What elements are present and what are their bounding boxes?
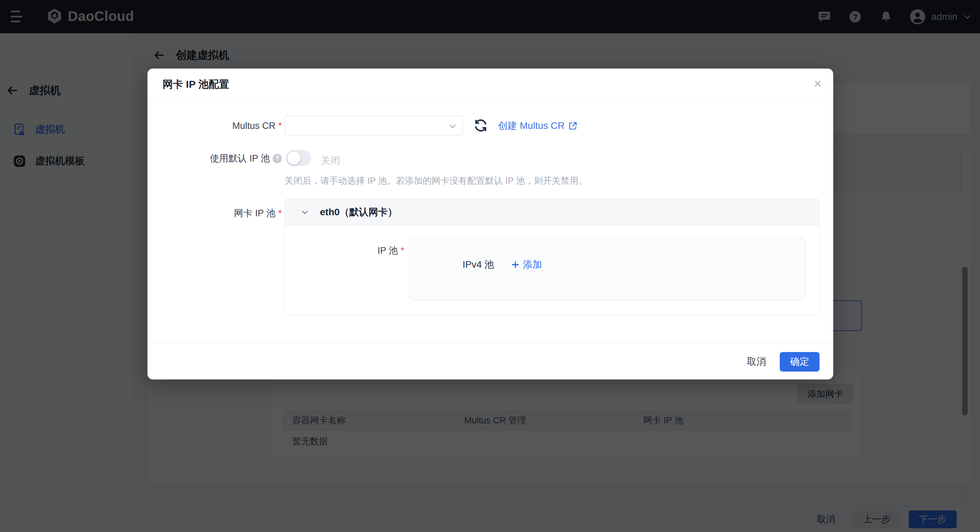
add-ipv4-pool-link[interactable]: 添加: [511, 258, 542, 271]
nic-pool-panel-title: eth0（默认网卡）: [320, 206, 398, 219]
nic-pool-panel: eth0（默认网卡） IP 池* IPv4 池: [285, 199, 819, 315]
nic-pool-panel-body: IP 池* IPv4 池 添加: [285, 226, 819, 315]
modal-header: 网卡 IP 池配置 ×: [148, 68, 833, 100]
ipv4-pool-label: IPv4 池: [463, 258, 494, 271]
toggle-knob: [287, 151, 301, 165]
ip-pool-label: IP 池*: [285, 245, 404, 257]
screen: DaoCloud ?: [0, 0, 980, 532]
default-pool-label: 使用默认 IP 池 ?: [148, 152, 282, 165]
create-multus-cr-link[interactable]: 创建 Multus CR: [498, 119, 578, 132]
modal-title: 网卡 IP 池配置: [162, 68, 229, 100]
nic-ip-pool-modal: 网卡 IP 池配置 × Multus CR* 创建 Multus CR: [148, 68, 833, 380]
nic-pool-label: 网卡 IP 池*: [148, 207, 282, 219]
chevron-down-icon: [448, 122, 457, 130]
refresh-icon[interactable]: [473, 118, 488, 133]
multus-cr-select[interactable]: [285, 116, 463, 135]
external-link-icon: [568, 121, 578, 131]
default-pool-helper-text: 关闭后，请手动选择 IP 池。若添加的网卡没有配置默认 IP 池，则开关禁用。: [285, 175, 785, 187]
ip-pool-box: IPv4 池 添加: [409, 238, 805, 300]
modal-footer: 取消 确定: [148, 343, 833, 380]
chevron-down-icon: [301, 208, 309, 216]
modal-confirm-button[interactable]: 确定: [780, 352, 819, 372]
default-pool-toggle[interactable]: [286, 150, 311, 166]
modal-cancel-button[interactable]: 取消: [747, 355, 766, 368]
toggle-state-text: 关闭: [321, 154, 340, 167]
help-circle-icon[interactable]: ?: [273, 154, 282, 163]
close-icon[interactable]: ×: [814, 76, 822, 91]
plus-icon: [511, 260, 520, 270]
nic-pool-panel-header[interactable]: eth0（默认网卡）: [285, 199, 819, 226]
multus-cr-label: Multus CR*: [148, 121, 282, 131]
